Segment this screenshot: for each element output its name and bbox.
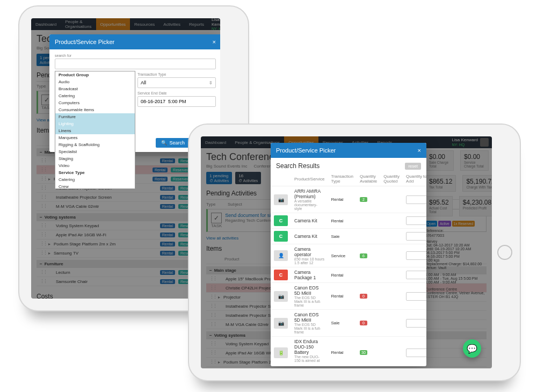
result-row[interactable]: CCamera KitRental [271,213,426,229]
search-label: search for [55,54,216,57]
chat-fab[interactable]: 💬 [463,339,481,358]
result-row[interactable]: CCamera KitSale [271,229,426,244]
collapse-icon[interactable]: − [40,215,42,220]
dropdown-option[interactable]: Furniture [55,113,135,120]
drag-handle-icon[interactable] [40,250,45,256]
dropdown-option[interactable]: Video [55,162,135,169]
dropdown-option[interactable]: Computers [55,99,135,106]
quantity-input[interactable] [406,292,426,301]
result-row[interactable]: 📷Canon EOS 5D MkIIIThe EOS 5D Mark III i… [271,310,426,337]
drag-handle-icon[interactable] [209,341,215,346]
drag-handle-icon[interactable] [40,241,45,246]
view-all-activities[interactable]: View all activities [206,236,238,241]
expand-icon[interactable]: ▸ [218,360,220,365]
drag-handle-icon[interactable] [40,279,45,284]
home-button[interactable] [497,245,512,260]
nav-reports[interactable]: Reports [185,18,208,30]
search-input[interactable] [55,59,216,69]
expand-icon[interactable]: ▸ [48,251,50,256]
result-row[interactable]: CCamera Package 1Rental [271,267,426,283]
close-icon[interactable]: × [213,39,216,45]
quantity-input[interactable] [406,271,426,279]
dropdown-option[interactable]: Consumable items [55,106,135,113]
close-icon[interactable]: × [418,147,421,154]
drag-handle-icon[interactable] [209,303,215,309]
dropdown-option[interactable]: Staging [55,155,135,162]
quantity-input[interactable] [406,216,426,225]
dropdown-option[interactable]: Lighting [55,120,135,127]
result-row[interactable]: 📷Canon EOS 5D MkIIIThe EOS 5D Mark III i… [271,283,426,310]
result-row[interactable]: 📷ARRI AMIRA (Premium)A versatile documen… [271,186,426,213]
collapse-icon[interactable]: − [40,262,42,266]
drag-handle-icon[interactable] [40,176,45,182]
dropdown-option[interactable]: Catering [55,92,135,99]
dropdown-option[interactable]: Catering [55,176,135,183]
dropdown-option[interactable]: Crew [55,183,135,189]
search-results-modal: Product/Service Picker× Search Results r… [271,143,426,366]
drag-handle-icon[interactable] [209,359,215,365]
drag-handle-icon[interactable] [209,313,215,318]
nav-resources[interactable]: Resources [130,18,159,30]
product-thumb-icon: C [274,270,288,280]
task-checkbox-icon[interactable]: ✓ [211,213,222,223]
nav-people[interactable]: People & Organisations [61,18,96,30]
user-menu[interactable]: Lisa Kenward NY: HQ [208,18,220,31]
activities-pill[interactable]: 16⏱ Activities [235,172,261,184]
drag-handle-icon[interactable] [40,204,45,209]
search-button[interactable]: 🔍 Search [156,138,190,148]
nav-dashboard[interactable]: Dashboard [31,18,61,30]
drag-handle-icon[interactable] [40,185,45,191]
drag-handle-icon[interactable] [209,294,215,300]
drag-handle-icon[interactable] [209,285,215,291]
expand-icon[interactable]: ▸ [218,295,220,300]
enddate-input[interactable] [137,96,216,107]
drag-handle-icon[interactable] [40,223,45,228]
collapse-icon[interactable]: − [209,333,212,338]
quantity-input[interactable] [406,251,426,260]
quantity-input[interactable] [406,319,426,328]
drag-handle-icon[interactable] [209,350,215,355]
result-row[interactable]: 👤Camera operator£50 max 10 hours 1.5 aft… [271,244,426,267]
result-row[interactable]: 🔋IDX Endura DUO-150 BatteryThe new DUO-1… [271,337,426,362]
nav-dashboard[interactable]: Dashboard [201,136,230,148]
drag-handle-icon[interactable] [40,158,45,163]
quantity-input[interactable] [406,195,426,204]
quantity-input[interactable] [406,349,426,357]
pending-pill[interactable]: 1 pending⏱ Activities [206,172,232,184]
expand-icon[interactable]: ▸ [48,242,50,246]
status-badges: OpenActive1x Reserved [425,221,489,227]
drag-handle-icon[interactable] [209,322,215,327]
drag-handle-icon[interactable] [40,194,45,200]
drag-handle-icon[interactable] [209,276,215,281]
collapse-icon[interactable]: − [209,268,212,273]
dropdown-option[interactable]: Audio [55,78,135,85]
dropdown-option[interactable]: Linens [55,127,135,134]
modal-title: Product/Service Picker [55,39,114,45]
reset-button[interactable]: reset [405,163,421,170]
results-table: Product/Service Transaction Type Quantit… [271,172,426,362]
item-row[interactable]: ▸ Samsung TV [206,367,487,368]
expand-icon[interactable]: ▸ [48,177,50,182]
enddate-label: Service End Date [137,91,216,95]
drag-handle-icon[interactable] [40,232,45,237]
drag-handle-icon[interactable] [40,167,45,172]
dropdown-option[interactable]: Rigging & Scaffolding [55,141,135,148]
user-menu[interactable]: Lisa Kenward NY: HQ [449,138,492,147]
product-thumb-icon: C [274,231,288,242]
product-thumb-icon: 📷 [274,291,288,302]
drag-handle-icon[interactable] [40,270,45,275]
dropdown-option[interactable]: Marquees [55,134,135,141]
ttype-select[interactable] [137,77,216,88]
group-dropdown[interactable]: Product GroupAudioBroadcastCateringCompu… [55,71,135,189]
results-title: Search Results [276,162,320,170]
user-location: NY: HQ [212,27,220,31]
quantity-input[interactable] [406,232,426,241]
user-name: Lisa Kenward [212,18,220,27]
product-thumb-icon: 🔋 [274,347,288,358]
nav-opportunities[interactable]: Opportunities [96,18,130,30]
collapse-icon[interactable]: − [40,150,42,155]
nav-activities[interactable]: Activities [159,18,185,30]
dropdown-option[interactable]: Broadcast [55,85,135,92]
tablet-right: Dashboard People & Organisations Opportu… [188,124,521,381]
dropdown-option[interactable]: Specialist [55,148,135,155]
